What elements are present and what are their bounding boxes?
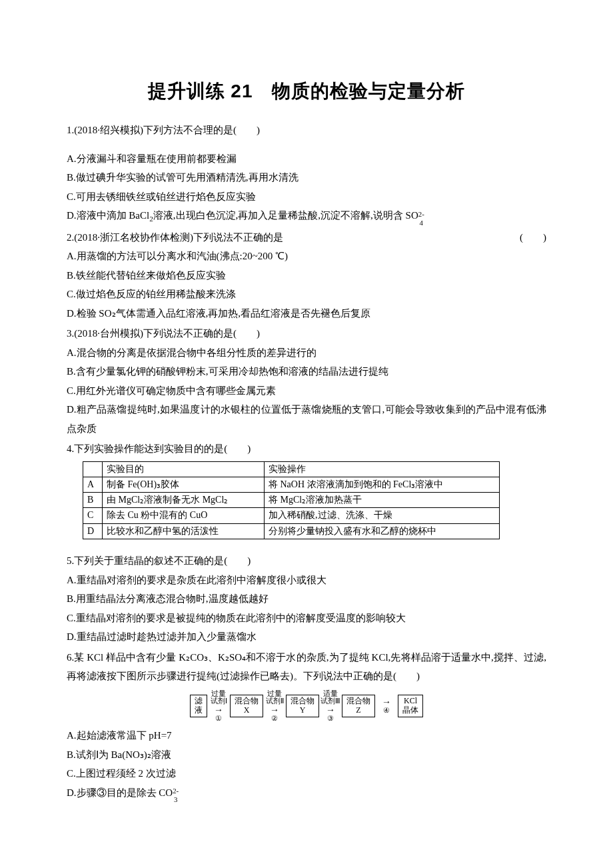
arrow-icon: → ④ (376, 697, 396, 715)
q6-option-a: A.起始滤液常温下 pH=7 (67, 726, 546, 745)
flow-box-kcl: KCl 晶体 (398, 695, 423, 717)
q1-d-mid: 溶液,出现白色沉淀,再加入足量稀盐酸,沉淀不溶解,说明含 S (153, 210, 411, 221)
arrow-icon: 过量 试剂Ⅰ → ① (209, 690, 229, 723)
q4-table: 实验目的 实验操作 A 制备 Fe(OH)₃胶体 将 NaOH 浓溶液滴加到饱和… (83, 461, 500, 539)
q6-option-c: C.上图过程须经 2 次过滤 (67, 764, 546, 783)
q1-option-c: C.可用去锈细铁丝或铂丝进行焰色反应实验 (67, 187, 546, 207)
q2-option-a: A.用蒸馏的方法可以分离水和汽油(沸点:20~200 ℃) (67, 247, 546, 266)
table-row: C 除去 Cu 粉中混有的 CuO 加入稀硝酸,过滤、洗涤、干燥 (83, 508, 500, 523)
q2-stem-left: 2.(2018·浙江名校协作体检测)下列说法不正确的是 (67, 232, 283, 243)
q4-head-1: 实验目的 (103, 461, 265, 477)
q6-option-d: D.步骤③目的是除去 CO2-3 (67, 783, 546, 803)
q3-option-c: C.用红外光谱仪可确定物质中含有哪些金属元素 (67, 381, 546, 401)
table-row: D 比较水和乙醇中氢的活泼性 分别将少量钠投入盛有水和乙醇的烧杯中 (83, 523, 500, 539)
q5-option-b: B.用重结晶法分离液态混合物时,温度越低越好 (67, 589, 546, 609)
q1-stem: 1.(2018·绍兴模拟)下列方法不合理的是( ) (67, 121, 546, 140)
q2-stem: 2.(2018·浙江名校协作体检测)下列说法不正确的是 ( ) (67, 228, 546, 247)
table-row: A 制备 Fe(OH)₃胶体 将 NaOH 浓溶液滴加到饱和的 FeCl₃溶液中 (83, 477, 500, 492)
q3-option-b: B.含有少量氯化钾的硝酸钾粉末,可采用冷却热饱和溶液的结晶法进行提纯 (67, 362, 546, 381)
table-header-row: 实验目的 实验操作 (83, 461, 500, 477)
q1-option-a: A.分液漏斗和容量瓶在使用前都要检漏 (67, 149, 546, 169)
q6-flow-diagram: 滤 液 过量 试剂Ⅰ → ① 混合物 X 过量 试剂Ⅱ → ② 混合物 Y 适量… (67, 690, 546, 723)
flow-box-y: 混合物 Y (286, 695, 319, 717)
q3-stem: 3.(2018·台州模拟)下列说法不正确的是( ) (67, 324, 546, 343)
q2-option-c: C.做过焰色反应的铂丝用稀盐酸来洗涤 (67, 285, 546, 304)
q5-option-a: A.重结晶对溶剂的要求是杂质在此溶剂中溶解度很小或很大 (67, 571, 546, 590)
q3-option-d: D.粗产品蒸馏提纯时,如果温度计的水银柱的位置低于蒸馏烧瓶的支管口,可能会导致收… (67, 400, 546, 438)
q6-stem: 6.某 KCl 样品中含有少量 K₂CO₃、K₂SO₄和不溶于水的杂质,为了提纯… (67, 648, 546, 686)
q3-option-a: A.混合物的分离是依据混合物中各组分性质的差异进行的 (67, 343, 546, 363)
q4-stem: 4.下列实验操作能达到实验目的的是( ) (67, 439, 546, 459)
page-title: 提升训练 21 物质的检验与定量分析 (67, 73, 546, 109)
flow-box-x: 混合物 X (230, 695, 263, 717)
flow-box-z: 混合物 Z (342, 695, 375, 717)
arrow-icon: 适量 试剂Ⅲ → ③ (320, 690, 340, 723)
arrow-icon: 过量 试剂Ⅱ → ② (265, 690, 285, 723)
flow-box-filtrate: 滤 液 (190, 695, 207, 717)
table-row: B 由 MgCl₂溶液制备无水 MgCl₂ 将 MgCl₂溶液加热蒸干 (83, 493, 500, 508)
q1-d-pre: D.溶液中滴加 BaCl (67, 210, 149, 221)
q6-option-b: B.试剂Ⅰ为 Ba(NO₃)₂溶液 (67, 745, 546, 765)
q4-head-2: 实验操作 (265, 461, 500, 477)
q2-stem-paren: ( ) (520, 228, 546, 247)
q6-d-pre: D.步骤③目的是除去 C (67, 787, 165, 798)
q2-option-d: D.检验 SO₂气体需通入品红溶液,再加热,看品红溶液是否先褪色后复原 (67, 304, 546, 323)
q5-option-c: C.重结晶对溶剂的要求是被提纯的物质在此溶剂中的溶解度受温度的影响较大 (67, 609, 546, 628)
q5-option-d: D.重结晶过滤时趁热过滤并加入少量蒸馏水 (67, 627, 546, 647)
q1-option-b: B.做过碘升华实验的试管可先用酒精清洗,再用水清洗 (67, 168, 546, 187)
q1-option-d: D.溶液中滴加 BaCl2溶液,出现白色沉淀,再加入足量稀盐酸,沉淀不溶解,说明… (67, 206, 546, 226)
q2-option-b: B.铁丝能代替铂丝来做焰色反应实验 (67, 266, 546, 285)
q5-stem: 5.下列关于重结晶的叙述不正确的是( ) (67, 551, 546, 571)
